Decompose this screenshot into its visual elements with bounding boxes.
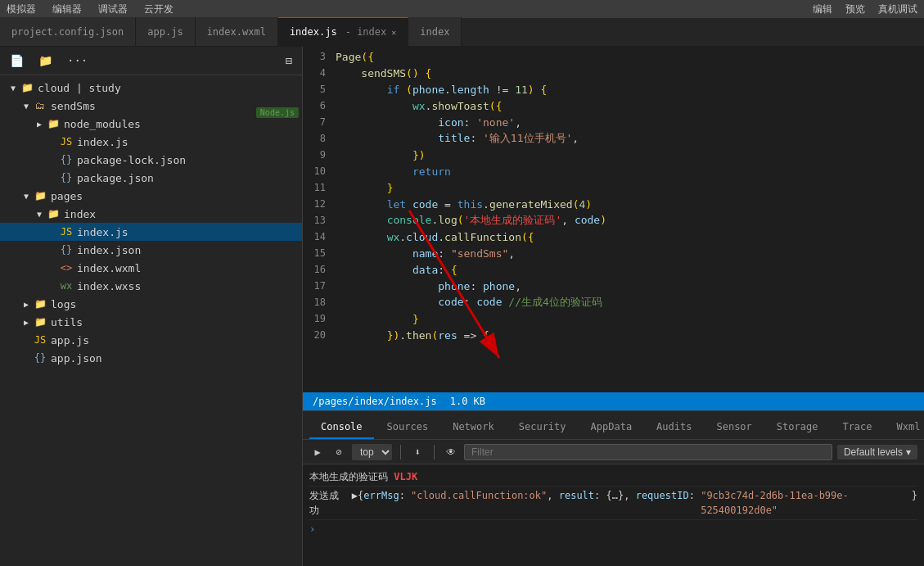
tree-item-package-json[interactable]: ▶ {} package.json <box>0 169 302 187</box>
root-label: cloud | study <box>38 82 121 94</box>
index-wxss-icon: wx <box>59 280 74 292</box>
filter-input[interactable] <box>464 444 832 460</box>
clear-console-icon[interactable]: ⬇ <box>409 444 426 460</box>
line-content-17: phone: phone, <box>336 280 521 292</box>
devtools-tab-wxml[interactable]: Wxml <box>886 416 924 439</box>
top-menubar: 模拟器 编辑器 调试器 云开发 编辑 预览 真机调试 <box>0 0 924 18</box>
code-line-7: 7 icon: 'none', <box>303 114 924 130</box>
menu-simulator[interactable]: 模拟器 <box>7 2 36 16</box>
tree-item-index-js-main[interactable]: ▶ JS index.js <box>0 223 302 241</box>
eye-icon[interactable]: 👁 <box>443 444 459 460</box>
line-number-14: 14 <box>303 231 336 242</box>
tree-item-app-js-root[interactable]: ▶ JS app.js <box>0 331 302 349</box>
devtools-panel: Console Sources Network Security AppData… <box>303 410 924 566</box>
tab-index-next[interactable]: index <box>408 17 462 46</box>
devtools-tab-console[interactable]: Console <box>309 416 374 439</box>
tree-item-index-json[interactable]: ▶ {} index.json <box>0 241 302 259</box>
code-line-6: 6 wx.showToast({ <box>303 97 924 114</box>
devtools-tab-sources[interactable]: Sources <box>376 416 440 439</box>
menu-editor[interactable]: 编辑器 <box>52 2 82 16</box>
pages-folder-icon: 📁 <box>33 190 47 201</box>
tab-index-js[interactable]: index.js - index ✕ <box>278 17 408 46</box>
console-line-1: 本地生成的验证码 VLJK <box>309 468 917 487</box>
root-arrow-icon: ▼ <box>7 84 20 93</box>
console-output: 本地生成的验证码 VLJK 发送成功 ▶{ errMsg : "cloud.ca… <box>303 464 924 566</box>
index-js-sms-label: index.js <box>77 136 128 148</box>
tab-project-config[interactable]: project.config.json <box>0 17 136 46</box>
node-modules-folder-icon: 📁 <box>46 118 61 129</box>
menu-debugger[interactable]: 调试器 <box>98 2 128 16</box>
console-line-2-brace-close: } <box>912 488 917 503</box>
package-json-icon: {} <box>59 172 74 183</box>
code-editor[interactable]: 3Page({4 sendSMS() {5 if (phone.length !… <box>303 47 924 392</box>
line-content-5: if (phone.length != 11) { <box>336 84 547 96</box>
right-menu: 编辑 预览 真机调试 <box>813 2 917 16</box>
code-line-4: 4 sendSMS() { <box>303 65 924 81</box>
context-selector[interactable]: top <box>352 444 392 460</box>
tree-item-index-wxss[interactable]: ▶ wx index.wxss <box>0 277 302 295</box>
tree-item-sendSms[interactable]: ▼ 🗂 sendSms Node.js <box>0 97 302 115</box>
add-folder-icon[interactable]: 📁 <box>35 52 56 69</box>
more-options-icon[interactable]: ··· <box>64 52 91 69</box>
tree-item-app-json-root[interactable]: ▶ {} app.json <box>0 349 302 367</box>
line-number-7: 7 <box>303 116 336 128</box>
app-js-root-icon: JS <box>33 334 47 346</box>
stop-recording-icon[interactable]: ⊘ <box>331 444 347 460</box>
sendSms-label: sendSms <box>51 100 96 112</box>
devtools-tab-trace[interactable]: Trace <box>831 416 883 439</box>
tab-app-js[interactable]: app.js <box>136 17 195 46</box>
menu-preview[interactable]: 预览 <box>845 2 865 16</box>
index-wxml-label: index.wxml <box>77 262 141 274</box>
editor-tabbar: project.config.json app.js index.wxml in… <box>0 18 924 47</box>
menu-real-device[interactable]: 真机调试 <box>878 2 917 16</box>
line-number-17: 17 <box>303 280 336 292</box>
tab-label-index-js: index.js <box>290 26 337 38</box>
code-line-11: 11 } <box>303 179 924 196</box>
root-folder-icon: 📁 <box>20 82 34 93</box>
line-number-15: 15 <box>303 247 336 259</box>
devtools-tab-security[interactable]: Security <box>507 416 578 439</box>
menu-cloud[interactable]: 云开发 <box>144 2 174 16</box>
execute-script-icon[interactable]: ▶ <box>309 444 326 460</box>
code-line-8: 8 title: '输入11位手机号', <box>303 130 924 147</box>
toolbar-separator-1 <box>400 445 401 460</box>
devtools-tab-audits[interactable]: Audits <box>645 416 703 439</box>
collapse-icon[interactable]: ⊟ <box>282 52 295 69</box>
tree-item-index-js-sms[interactable]: ▶ JS index.js <box>0 133 302 151</box>
line-number-13: 13 <box>303 215 336 226</box>
line-content-16: data: { <box>336 264 457 276</box>
menu-edit[interactable]: 编辑 <box>813 2 832 16</box>
devtools-tab-sensor[interactable]: Sensor <box>705 416 763 439</box>
console-line-2: 发送成功 ▶{ errMsg : "cloud.callFunction:ok"… <box>309 487 917 520</box>
tab-index-wxml[interactable]: index.wxml <box>196 17 278 46</box>
tree-item-index-folder[interactable]: ▼ 📁 index <box>0 205 302 223</box>
index-wxss-label: index.wxss <box>77 280 141 292</box>
tree-item-index-wxml[interactable]: ▶ <> index.wxml <box>0 259 302 277</box>
node-modules-label: node_modules <box>64 118 141 130</box>
logs-folder-icon: 📁 <box>33 298 47 310</box>
tree-root[interactable]: ▼ 📁 cloud | study <box>0 79 302 97</box>
console-line-2-key2: result <box>559 488 594 503</box>
sendSms-folder-icon: 🗂 <box>33 100 47 111</box>
tree-item-pages[interactable]: ▼ 📁 pages <box>0 187 302 205</box>
tab-close-index-js[interactable]: ✕ <box>391 28 396 37</box>
devtools-tab-storage[interactable]: Storage <box>765 416 830 439</box>
devtools-tab-appdata[interactable]: AppData <box>579 416 644 439</box>
editor-column: 3Page({4 sendSMS() {5 if (phone.length !… <box>303 47 924 566</box>
code-line-19: 19 } <box>303 310 924 327</box>
devtools-toolbar: ▶ ⊘ top ⬇ 👁 Default levels ▾ <box>303 440 924 464</box>
app-js-root-label: app.js <box>51 334 89 346</box>
code-line-9: 9 }) <box>303 147 924 163</box>
node-modules-arrow-icon: ▶ <box>33 120 46 129</box>
tree-item-logs[interactable]: ▶ 📁 logs <box>0 295 302 313</box>
default-levels-label: Default levels <box>844 446 903 458</box>
index-json-label: index.json <box>77 244 141 256</box>
tree-item-package-lock[interactable]: ▶ {} package-lock.json <box>0 151 302 169</box>
tree-item-utils[interactable]: ▶ 📁 utils <box>0 313 302 331</box>
default-levels-button[interactable]: Default levels ▾ <box>837 445 917 460</box>
devtools-tab-network[interactable]: Network <box>441 416 506 439</box>
app-json-root-icon: {} <box>33 352 47 364</box>
line-number-18: 18 <box>303 297 336 308</box>
add-file-icon[interactable]: 📄 <box>7 52 27 69</box>
index-js-main-label: index.js <box>77 226 128 238</box>
